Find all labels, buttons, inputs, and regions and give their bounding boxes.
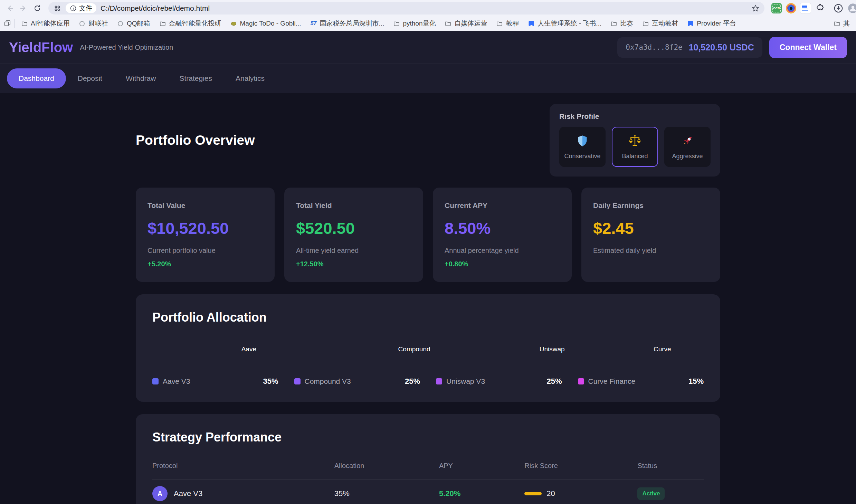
- bookmark-item[interactable]: 人生管理系统 - 飞书...: [525, 18, 604, 29]
- tab-deposit[interactable]: Deposit: [66, 68, 114, 88]
- bookmark-item[interactable]: 金融智能量化投研: [156, 18, 224, 29]
- app-nav: Dashboard Deposit Withdraw Strategies An…: [0, 64, 856, 93]
- strategy-table-header: ProtocolAllocationAPYRisk ScoreStatus: [152, 462, 704, 480]
- stats-row: Total Value $10,520.50 Current portfolio…: [136, 188, 720, 282]
- bookmark-item[interactable]: 比赛: [608, 18, 636, 29]
- stat-card: Current APY 8.50% Annual percentage yiel…: [433, 188, 572, 282]
- apps-grid-icon[interactable]: [53, 4, 61, 12]
- stat-subtitle: Estimated daily yield: [593, 247, 708, 255]
- bookmark-label: 人生管理系统 - 飞书...: [538, 19, 601, 28]
- legend-name: Aave V3: [163, 377, 190, 386]
- legend-item: Aave V3 35%: [152, 377, 278, 386]
- legend-item: Curve Finance 15%: [578, 377, 704, 386]
- bookmark-item-overflow[interactable]: 其: [831, 18, 853, 29]
- segment-label: Aave: [241, 345, 256, 353]
- allocation-segment: Curve: [621, 341, 704, 358]
- bookmark-item[interactable]: AI智能体应用: [18, 18, 73, 29]
- extensions-puzzle-icon[interactable]: [815, 3, 825, 13]
- stat-change: +12.50%: [296, 260, 411, 268]
- bookmark-item[interactable]: 财联社: [76, 18, 111, 29]
- forward-icon: [19, 4, 28, 12]
- bookmark-item[interactable]: python量化: [390, 18, 438, 29]
- blue-favicon: [528, 20, 535, 27]
- legend-percent: 15%: [688, 377, 704, 386]
- bookmarks-list: AI智能体应用 财联社 QQ邮箱: [18, 18, 739, 29]
- stat-change: +0.80%: [445, 260, 560, 268]
- tab-dashboard[interactable]: Dashboard: [7, 68, 66, 88]
- tab-analytics[interactable]: Analytics: [224, 68, 276, 88]
- app-logo: YieldFlow: [9, 40, 73, 55]
- risk-option-aggressive[interactable]: Aggressive: [664, 127, 711, 167]
- profile-avatar-icon[interactable]: [848, 3, 856, 13]
- app-tagline: AI-Powered Yield Optimization: [80, 44, 173, 51]
- stat-value: $520.50: [296, 219, 411, 238]
- shield-icon: [576, 134, 589, 148]
- wallet-address: 0x7a3d...8f2e: [626, 43, 682, 51]
- status-badge: Active: [637, 487, 665, 500]
- lens-extension-icon[interactable]: [786, 3, 796, 13]
- table-row: A Aave V3 35% 5.20% 20 Active: [152, 480, 704, 504]
- bookmark-label: python量化: [403, 19, 436, 28]
- legend-swatch: [294, 378, 301, 384]
- folder-icon: [445, 20, 451, 27]
- bookmark-label: 金融智能量化投研: [169, 19, 221, 28]
- stat-label: Total Value: [148, 201, 263, 210]
- stat-value: 8.50%: [445, 219, 560, 238]
- strategy-table-body: A Aave V3 35% 5.20% 20 Active: [152, 480, 704, 504]
- bookmark-item[interactable]: 教程: [493, 18, 522, 29]
- risk-option-conservative[interactable]: Conservative: [559, 127, 606, 167]
- side-panel-icon[interactable]: [3, 20, 11, 27]
- stamp-extension-icon[interactable]: [800, 3, 811, 13]
- bookmark-star-icon[interactable]: [751, 4, 760, 12]
- stat-subtitle: Current portfolio value: [148, 247, 263, 255]
- wallet-chip[interactable]: 0x7a3d...8f2e 10,520.50 USDC: [617, 37, 762, 58]
- bookmark-item[interactable]: Provider 平台: [684, 18, 739, 29]
- apy-cell: 5.20%: [439, 489, 524, 498]
- downloads-icon[interactable]: [833, 3, 844, 13]
- allocation-card: Portfolio Allocation Aave Compound Unisw…: [136, 294, 720, 402]
- tab-withdraw[interactable]: Withdraw: [114, 68, 168, 88]
- bookmark-item[interactable]: 国家税务总局深圳市...: [307, 18, 387, 29]
- page-title: Portfolio Overview: [136, 133, 255, 148]
- risk-option-balanced[interactable]: Balanced: [612, 127, 658, 167]
- column-header: Status: [637, 462, 704, 470]
- risk-score-cell: 20: [524, 489, 637, 498]
- bookmark-item[interactable]: QQ邮箱: [114, 18, 153, 29]
- blue-favicon: [687, 20, 694, 27]
- stat-change: +5.20%: [148, 260, 263, 268]
- connect-wallet-button[interactable]: Connect Wallet: [769, 37, 847, 58]
- bookmark-label: Provider 平台: [697, 19, 736, 28]
- url-text[interactable]: C:/D/compet/dcic/rebel/demo.html: [101, 4, 747, 12]
- bookmark-item[interactable]: 自媒体运营: [442, 18, 490, 29]
- stat-card: Total Yield $520.50 All-time yield earne…: [284, 188, 423, 282]
- stat-value: $2.45: [593, 219, 708, 238]
- dot-favicon: [230, 20, 237, 27]
- column-header: Protocol: [152, 462, 334, 470]
- risk-score-bar: [524, 492, 542, 495]
- stat-subtitle: Annual percentage yield: [445, 247, 560, 255]
- site-info-chip[interactable]: 文件: [66, 3, 96, 13]
- risk-option-label: Conservative: [564, 153, 600, 160]
- bookmark-item[interactable]: 互动教材: [639, 18, 681, 29]
- legend-swatch: [436, 378, 442, 384]
- stat-label: Daily Earnings: [593, 201, 708, 210]
- file-chip-label: 文件: [79, 4, 92, 13]
- allocation-legend: Aave V3 35% Compound V3 25% Uniswap V3 2…: [152, 377, 704, 386]
- allocation-segment: Aave: [152, 341, 345, 358]
- toolbar-divider: [829, 4, 829, 13]
- balance-scale-icon: [628, 134, 642, 148]
- ocr-extension-icon[interactable]: OCR: [771, 3, 782, 13]
- site-favicon: [79, 20, 86, 27]
- folder-icon: [159, 20, 166, 27]
- legend-percent: 35%: [263, 377, 278, 386]
- bookmark-item[interactable]: Magic ToDo - Gobli...: [228, 18, 304, 29]
- reload-button[interactable]: [31, 2, 44, 15]
- bookmark-label: 互动教材: [652, 19, 678, 28]
- forward-button[interactable]: [17, 2, 30, 15]
- extensions-area: OCR: [769, 3, 853, 13]
- legend-name: Uniswap V3: [446, 377, 485, 386]
- address-bar[interactable]: 文件 C:/D/compet/dcic/rebel/demo.html: [48, 2, 764, 15]
- tab-strategies[interactable]: Strategies: [168, 68, 224, 88]
- back-button[interactable]: [3, 2, 16, 15]
- legend-item: Uniswap V3 25%: [436, 377, 562, 386]
